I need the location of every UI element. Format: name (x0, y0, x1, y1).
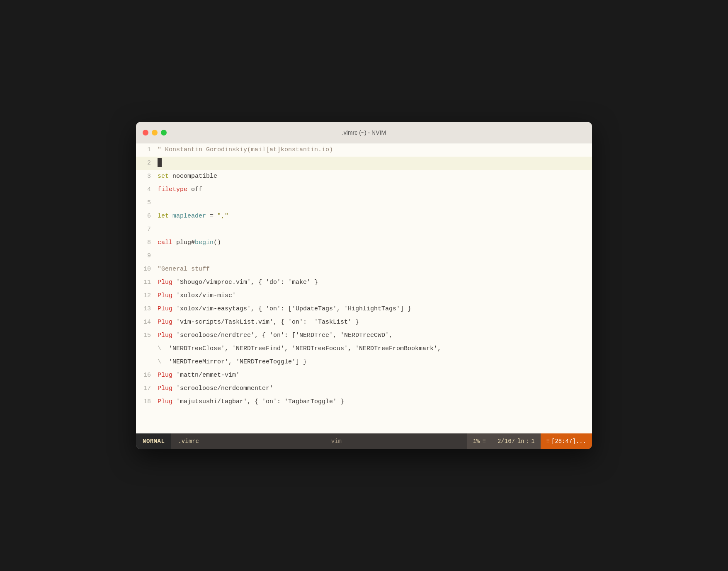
line-number: 11 (136, 276, 158, 289)
window-title: .vimrc (~) - NVIM (342, 129, 386, 136)
code-line: 17Plug 'scrooloose/nerdcommenter' (136, 382, 592, 395)
line-number: 4 (136, 183, 158, 196)
line-content: Plug 'majutsushi/tagbar', { 'on': 'Tagba… (158, 395, 592, 409)
status-lines-icon: ≡ (483, 438, 486, 445)
code-line: 11Plug 'Shougo/vimproc.vim', { 'do': 'ma… (136, 276, 592, 289)
line-number: 2 (136, 157, 158, 170)
status-mode: NORMAL (136, 433, 171, 449)
status-time-value: [28:47]... (551, 438, 586, 445)
line-content: Plug 'scrooloose/nerdcommenter' (158, 382, 592, 395)
close-button[interactable] (143, 130, 148, 135)
status-ft: vim (206, 433, 467, 449)
line-number: 16 (136, 369, 158, 382)
code-line: 6let mapleader = "," (136, 210, 592, 223)
status-ln-label: ln (517, 438, 524, 445)
line-content: Plug 'xolox/vim-easytags', { 'on': ['Upd… (158, 302, 592, 316)
code-line: 3set nocompatible (136, 170, 592, 183)
line-content: \ 'NERDTreeMirror', 'NERDTreeToggle'] } (158, 356, 592, 369)
status-lines: 2/167 ln : 1 (492, 433, 541, 449)
code-line: 2 (136, 157, 592, 170)
line-number: 6 (136, 210, 158, 223)
cursor (158, 158, 162, 167)
line-content: Plug 'scrooloose/nerdtree', { 'on': ['NE… (158, 329, 592, 342)
line-number: 5 (136, 196, 158, 210)
line-number: 17 (136, 382, 158, 395)
code-line: 9 (136, 249, 592, 263)
line-number: 18 (136, 395, 158, 409)
line-number: 14 (136, 316, 158, 329)
status-lines-value: 2/167 (497, 438, 515, 445)
line-content: Plug 'Shougo/vimproc.vim', { 'do': 'make… (158, 276, 592, 289)
status-colon: : (526, 438, 529, 445)
code-line: 5 (136, 196, 592, 210)
code-line: 18Plug 'majutsushi/tagbar', { 'on': 'Tag… (136, 395, 592, 409)
main-window: .vimrc (~) - NVIM 1" Konstantin Gorodins… (136, 122, 592, 449)
line-number: 1 (136, 143, 158, 157)
line-number: 15 (136, 329, 158, 342)
code-line: 15Plug 'scrooloose/nerdtree', { 'on': ['… (136, 329, 592, 342)
status-percent: 1% ≡ (467, 433, 492, 449)
status-percent-value: 1% (473, 438, 480, 445)
status-time-icon: ≡ (546, 438, 550, 445)
line-content: Plug 'mattn/emmet-vim' (158, 369, 592, 382)
code-line: 13Plug 'xolox/vim-easytags', { 'on': ['U… (136, 302, 592, 316)
code-line: \ 'NERDTreeClose', 'NERDTreeFind', 'NERD… (136, 342, 592, 356)
titlebar: .vimrc (~) - NVIM (136, 122, 592, 143)
code-line: 7 (136, 223, 592, 236)
editor-area[interactable]: 1" Konstantin Gorodinskiy(mail[at]konsta… (136, 143, 592, 433)
line-content (158, 157, 592, 170)
code-line: \ 'NERDTreeMirror', 'NERDTreeToggle'] } (136, 356, 592, 369)
line-number: 8 (136, 236, 158, 249)
code-line: 14Plug 'vim-scripts/TaskList.vim', { 'on… (136, 316, 592, 329)
statusbar: NORMAL .vimrc vim 1% ≡ 2/167 ln : 1 ≡ [2… (136, 433, 592, 449)
code-line: 16Plug 'mattn/emmet-vim' (136, 369, 592, 382)
line-number: 13 (136, 302, 158, 316)
line-number: 3 (136, 170, 158, 183)
line-content: set nocompatible (158, 170, 592, 183)
maximize-button[interactable] (161, 130, 167, 135)
line-number: 12 (136, 289, 158, 302)
traffic-lights (143, 130, 167, 135)
line-content: "General stuff (158, 263, 592, 276)
code-line: 4filetype off (136, 183, 592, 196)
code-line: 12Plug 'xolox/vim-misc' (136, 289, 592, 302)
line-content: filetype off (158, 183, 592, 196)
line-content: \ 'NERDTreeClose', 'NERDTreeFind', 'NERD… (158, 342, 592, 356)
line-number: 7 (136, 223, 158, 236)
status-col: 1 (531, 438, 534, 445)
line-content: Plug 'vim-scripts/TaskList.vim', { 'on':… (158, 316, 592, 329)
code-line: 10"General stuff (136, 263, 592, 276)
line-content: " Konstantin Gorodinskiy(mail[at]konstan… (158, 143, 592, 157)
code-line: 1" Konstantin Gorodinskiy(mail[at]konsta… (136, 143, 592, 157)
minimize-button[interactable] (152, 130, 158, 135)
status-right: 1% ≡ 2/167 ln : 1 ≡ [28:47]... (467, 433, 592, 449)
status-filename: .vimrc (171, 433, 205, 449)
code-container: 1" Konstantin Gorodinskiy(mail[at]konsta… (136, 143, 592, 409)
line-number: 9 (136, 249, 158, 263)
line-content: call plug#begin() (158, 236, 592, 249)
line-number: 10 (136, 263, 158, 276)
code-line: 8call plug#begin() (136, 236, 592, 249)
status-time: ≡ [28:47]... (541, 433, 592, 449)
line-content: let mapleader = "," (158, 210, 592, 223)
line-content: Plug 'xolox/vim-misc' (158, 289, 592, 302)
